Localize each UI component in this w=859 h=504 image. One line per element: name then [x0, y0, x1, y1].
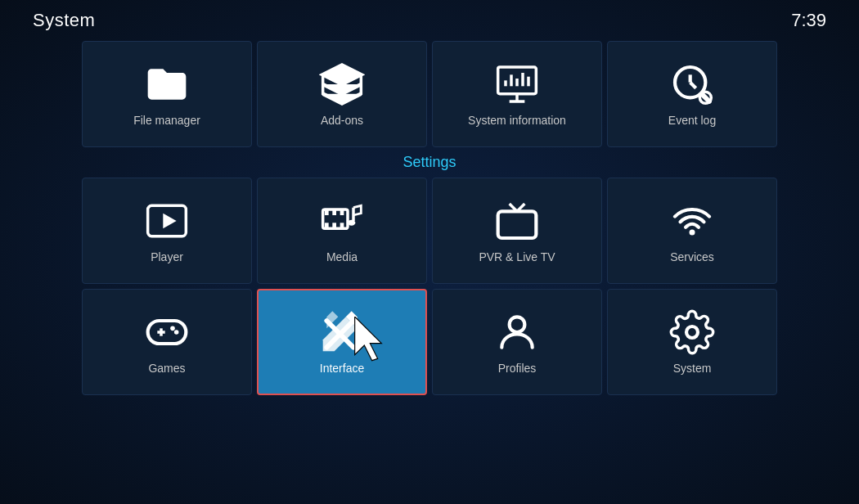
tile-profiles-label: Profiles — [498, 362, 537, 375]
svg-rect-28 — [498, 211, 537, 238]
gamepad-icon — [144, 309, 190, 355]
tile-pvr-live-tv[interactable]: PVR & Live TV — [432, 178, 602, 284]
tile-games-label: Games — [148, 362, 185, 375]
play-icon — [144, 198, 190, 244]
tiles-section: File manager Add-ons — [16, 41, 843, 395]
folder-icon — [144, 61, 190, 107]
clock-search-icon — [669, 61, 715, 107]
svg-rect-22 — [332, 209, 336, 215]
tile-file-manager[interactable]: File manager — [82, 41, 252, 147]
top-row: File manager Add-ons — [82, 41, 777, 147]
svg-rect-25 — [332, 223, 336, 228]
svg-point-42 — [510, 317, 525, 332]
svg-point-37 — [170, 326, 175, 331]
tile-profiles[interactable]: Profiles — [432, 289, 602, 395]
tile-add-ons-label: Add-ons — [321, 114, 363, 127]
svg-line-15 — [690, 83, 696, 88]
tile-services[interactable]: Services — [607, 178, 777, 284]
projector-icon — [494, 61, 540, 107]
tile-games[interactable]: Games — [82, 289, 252, 395]
svg-rect-26 — [340, 223, 344, 228]
settings-section-label: Settings — [82, 154, 777, 171]
page-title: System — [33, 10, 95, 31]
svg-point-43 — [686, 326, 698, 338]
tile-event-log-label: Event log — [668, 114, 716, 127]
media-icon — [319, 198, 365, 244]
tile-event-log[interactable]: Event log — [607, 41, 777, 147]
svg-rect-24 — [325, 223, 329, 228]
header: System 7:39 — [16, 0, 843, 41]
wifi-icon — [669, 198, 715, 244]
tv-icon — [494, 198, 540, 244]
svg-rect-21 — [325, 209, 329, 215]
gear-icon — [669, 309, 715, 355]
bottom-row: Games Interface — [82, 289, 777, 395]
svg-rect-34 — [148, 321, 187, 344]
svg-point-27 — [348, 220, 355, 226]
tile-add-ons[interactable]: Add-ons — [257, 41, 427, 147]
box-icon — [319, 61, 365, 107]
tile-media-label: Media — [326, 250, 358, 263]
tile-interface-label: Interface — [320, 362, 364, 375]
tile-system-information-label: System information — [468, 114, 566, 127]
tile-media[interactable]: Media — [257, 178, 427, 284]
settings-row: Player Media — [82, 178, 777, 284]
tile-services-label: Services — [670, 250, 714, 263]
tile-pvr-label: PVR & Live TV — [479, 250, 555, 263]
tile-system[interactable]: System — [607, 289, 777, 395]
profile-icon — [494, 309, 540, 355]
svg-line-16 — [703, 95, 709, 101]
tile-interface[interactable]: Interface — [257, 289, 427, 395]
page-wrapper: System 7:39 File manager — [0, 0, 859, 504]
tile-system-label: System — [673, 362, 712, 375]
svg-point-33 — [690, 230, 695, 236]
tile-player-label: Player — [151, 250, 183, 263]
tile-system-information[interactable]: System information — [432, 41, 602, 147]
svg-point-38 — [174, 330, 179, 335]
svg-rect-23 — [340, 209, 344, 215]
tile-player[interactable]: Player — [82, 178, 252, 284]
tile-file-manager-label: File manager — [133, 114, 200, 127]
edit-icon — [319, 309, 365, 355]
clock: 7:39 — [791, 10, 826, 31]
svg-marker-19 — [163, 214, 176, 229]
